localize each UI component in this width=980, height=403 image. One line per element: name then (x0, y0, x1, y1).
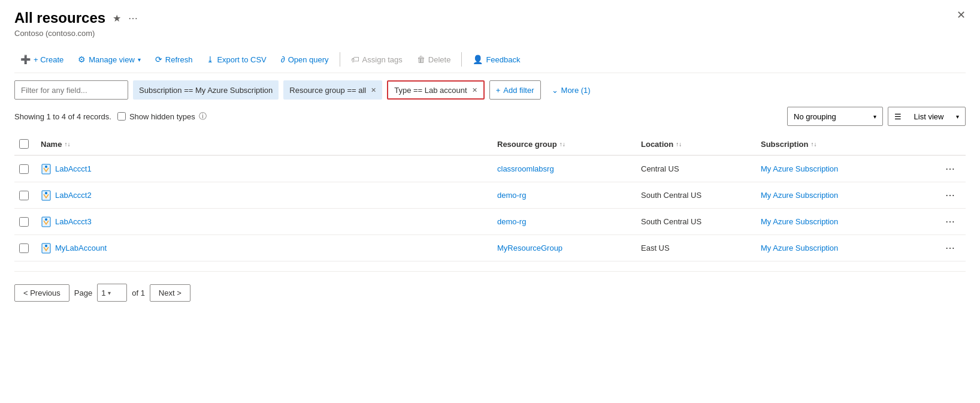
lab-account-icon (41, 164, 52, 175)
resource-group-header: Resource group ↑↓ (492, 137, 636, 151)
export-icon: ⤓ (207, 55, 214, 64)
table-header: Name ↑↓ Resource group ↑↓ Location ↑↓ Su… (14, 133, 966, 156)
tag-icon: 🏷 (351, 55, 359, 64)
assign-tags-button[interactable]: 🏷 Assign tags (345, 51, 409, 68)
create-icon: ➕ (20, 55, 31, 64)
row-location-cell: Central US (636, 160, 756, 178)
row-more-actions[interactable]: ⋯ (940, 213, 960, 230)
row-location-cell: South Central US (636, 186, 756, 204)
row-subscription-cell: My Azure Subscription (756, 212, 936, 231)
page-label: Page (74, 288, 92, 297)
name-sort-icon[interactable]: ↑↓ (64, 141, 70, 148)
row-name-cell: LabAccct2 (36, 185, 492, 206)
svg-point-1 (45, 166, 47, 168)
subscription-sort-icon[interactable]: ↑↓ (810, 141, 816, 148)
row-actions-cell: ⋯ (936, 209, 966, 234)
subscription-filter-tag: Subscription == My Azure Subscription (133, 80, 279, 100)
row-checkbox-2[interactable] (19, 217, 29, 227)
type-filter-tag: Type == Lab account ✕ (387, 80, 484, 100)
row-checkbox-cell (14, 160, 36, 179)
manage-view-icon: ⚙ (78, 55, 86, 64)
header-more-icon[interactable]: ⋯ (128, 13, 138, 24)
select-all-header (14, 137, 36, 151)
close-button[interactable]: ✕ (957, 10, 966, 20)
svg-point-7 (45, 245, 47, 247)
feedback-icon: 👤 (473, 55, 483, 64)
subscription-link[interactable]: My Azure Subscription (761, 164, 838, 173)
row-actions-cell: ⋯ (936, 182, 966, 208)
row-actions-cell: ⋯ (936, 156, 966, 182)
show-hidden-checkbox[interactable] (117, 112, 126, 121)
records-count: Showing 1 to 4 of 4 records. (14, 112, 111, 121)
subscription-link[interactable]: My Azure Subscription (761, 243, 838, 252)
resource-name-link[interactable]: MyLabAccount (55, 243, 107, 252)
row-more-actions[interactable]: ⋯ (940, 161, 960, 177)
more-filters-button[interactable]: ⌄ More (1) (546, 80, 597, 100)
svg-point-3 (45, 192, 47, 194)
open-query-button[interactable]: ∂ Open query (275, 51, 335, 68)
show-hidden-label: Show hidden types ⓘ (117, 111, 207, 122)
subscription-link[interactable]: My Azure Subscription (761, 217, 838, 226)
manage-view-button[interactable]: ⚙ Manage view ▾ (72, 51, 147, 68)
row-location-cell: South Central US (636, 212, 756, 231)
table-row: LabAccct2 demo-rg South Central US My Az… (14, 182, 966, 209)
resource-group-link[interactable]: classroomlabsrg (497, 164, 554, 173)
pagination: < Previous Page 1 ▾ of 1 Next > (14, 271, 966, 311)
row-subscription-cell: My Azure Subscription (756, 160, 936, 178)
name-header: Name ↑↓ (36, 137, 492, 151)
resource-name-link[interactable]: LabAccct2 (55, 191, 92, 200)
toolbar-divider-2 (461, 52, 462, 67)
add-filter-icon: + (496, 86, 501, 95)
manage-view-chevron: ▾ (138, 56, 141, 63)
resource-group-link[interactable]: MyResourceGroup (497, 243, 562, 252)
resource-group-link[interactable]: demo-rg (497, 191, 526, 200)
subtitle: Contoso (contoso.com) (14, 29, 966, 38)
resource-name-link[interactable]: LabAccct1 (55, 164, 92, 173)
row-name-cell: LabAccct1 (36, 159, 492, 179)
table-row: MyLabAccount MyResourceGroup East US My … (14, 235, 966, 261)
previous-button[interactable]: < Previous (14, 284, 69, 302)
lab-account-icon (41, 243, 52, 254)
next-button[interactable]: Next > (150, 284, 190, 302)
location-sort-icon[interactable]: ↑↓ (676, 141, 682, 148)
subscription-filter-label: Subscription == My Azure Subscription (139, 86, 273, 95)
delete-icon: 🗑 (417, 55, 425, 64)
row-more-actions[interactable]: ⋯ (940, 187, 960, 203)
subscription-link[interactable]: My Azure Subscription (761, 191, 838, 200)
row-more-actions[interactable]: ⋯ (940, 240, 960, 256)
resources-table: Name ↑↓ Resource group ↑↓ Location ↑↓ Su… (14, 133, 966, 261)
pin-icon[interactable]: ★ (113, 13, 121, 24)
rg-sort-icon[interactable]: ↑↓ (559, 141, 565, 148)
select-all-checkbox[interactable] (19, 139, 29, 149)
toolbar: ➕ + Create ⚙ Manage view ▾ ⟳ Refresh ⤓ E… (14, 46, 966, 73)
refresh-button[interactable]: ⟳ Refresh (149, 51, 199, 68)
row-checkbox-3[interactable] (19, 243, 29, 253)
resource-group-filter-close[interactable]: ✕ (371, 86, 376, 94)
list-view-icon: ☰ (894, 112, 902, 121)
refresh-icon: ⟳ (155, 55, 162, 64)
type-filter-close[interactable]: ✕ (472, 86, 477, 94)
add-filter-button[interactable]: + Add filter (489, 80, 541, 100)
filter-input[interactable] (14, 80, 128, 100)
row-rg-cell: demo-rg (492, 186, 636, 204)
row-rg-cell: MyResourceGroup (492, 239, 636, 257)
page-select[interactable]: 1 ▾ (97, 284, 127, 302)
resource-group-filter-tag: Resource group == all ✕ (283, 80, 382, 100)
row-checkbox-0[interactable] (19, 164, 29, 174)
row-checkbox-1[interactable] (19, 191, 29, 200)
feedback-button[interactable]: 👤 Feedback (467, 51, 526, 68)
resource-name-link[interactable]: LabAccct3 (55, 217, 92, 226)
export-csv-button[interactable]: ⤓ Export to CSV (201, 51, 272, 68)
svg-point-5 (45, 218, 47, 221)
row-name-cell: MyLabAccount (36, 238, 492, 258)
grouping-dropdown[interactable]: No grouping ▾ (787, 107, 883, 126)
info-icon: ⓘ (199, 111, 207, 122)
resource-group-link[interactable]: demo-rg (497, 217, 526, 226)
query-icon: ∂ (281, 55, 285, 64)
create-button[interactable]: ➕ + Create (14, 51, 69, 68)
view-dropdown[interactable]: ☰ List view ▾ (888, 107, 966, 126)
page-title: All resources (14, 10, 105, 26)
delete-button[interactable]: 🗑 Delete (411, 51, 457, 68)
type-filter-label: Type == Lab account (394, 86, 467, 95)
grouping-chevron: ▾ (873, 113, 876, 120)
